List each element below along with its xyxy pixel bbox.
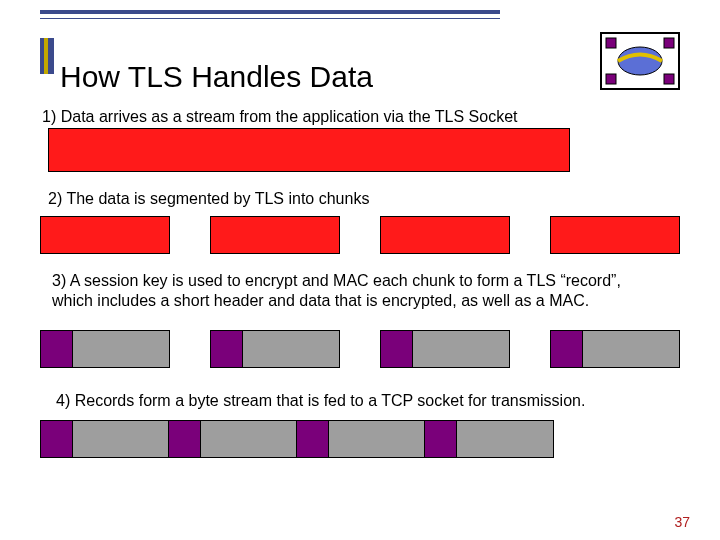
stream-rec-1-header (40, 420, 74, 458)
cloud-network-icon (600, 32, 680, 90)
chunk-1 (40, 216, 170, 254)
chunk-3 (380, 216, 510, 254)
chunk-2 (210, 216, 340, 254)
svg-rect-0 (606, 38, 616, 48)
top-rule-thick (40, 10, 500, 14)
svg-rect-1 (664, 38, 674, 48)
chunk-4 (550, 216, 680, 254)
page-number: 37 (674, 514, 690, 530)
record-3-body (412, 330, 510, 368)
title-accent (40, 38, 54, 74)
svg-point-4 (618, 47, 662, 75)
stream-rec-1-body (72, 420, 170, 458)
svg-rect-3 (664, 74, 674, 84)
stream-rec-2-body (200, 420, 298, 458)
record-2-header (210, 330, 244, 368)
record-1-body (72, 330, 170, 368)
stream-rec-3-body (328, 420, 426, 458)
step-3-text-line2: which includes a short header and data t… (52, 292, 589, 310)
record-2-body (242, 330, 340, 368)
stream-rec-4-header (424, 420, 458, 458)
step-1-text: 1) Data arrives as a stream from the app… (42, 108, 517, 126)
svg-rect-2 (606, 74, 616, 84)
record-4-body (582, 330, 680, 368)
record-4-header (550, 330, 584, 368)
record-1-header (40, 330, 74, 368)
stream-rec-2-header (168, 420, 202, 458)
record-3-header (380, 330, 414, 368)
step-3-text-line1: 3) A session key is used to encrypt and … (52, 272, 621, 290)
stream-rec-3-header (296, 420, 330, 458)
top-rule-thin (40, 18, 500, 19)
stream-rec-4-body (456, 420, 554, 458)
step-4-text: 4) Records form a byte stream that is fe… (56, 392, 585, 410)
stream-bar (48, 128, 570, 172)
step-2-text: 2) The data is segmented by TLS into chu… (48, 190, 369, 208)
slide-title: How TLS Handles Data (60, 60, 373, 94)
